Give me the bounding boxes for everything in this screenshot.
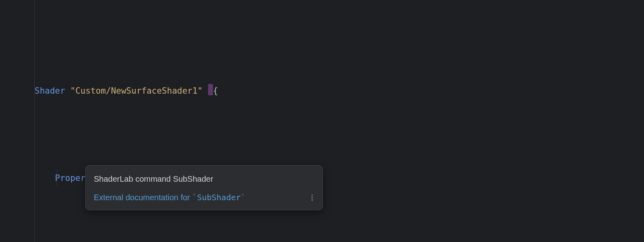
- doc-external-link[interactable]: External documentation for `SubShader`: [94, 191, 246, 203]
- gutter: [0, 0, 35, 242]
- code-line[interactable]: Shader "Custom/NewSurfaceShader1" {: [35, 82, 644, 100]
- string-shader-name: "Custom/NewSurfaceShader1": [70, 86, 203, 96]
- more-options-icon[interactable]: [310, 193, 314, 202]
- code-editor[interactable]: Shader "Custom/NewSurfaceShader1" { Prop…: [0, 0, 644, 242]
- text-cursor: [208, 84, 213, 95]
- quick-doc-popup[interactable]: ShaderLab command SubShader External doc…: [85, 165, 323, 210]
- brace-open: {: [213, 86, 218, 96]
- keyword-shader: Shader: [35, 86, 65, 96]
- doc-popup-title: ShaderLab command SubShader: [94, 173, 314, 185]
